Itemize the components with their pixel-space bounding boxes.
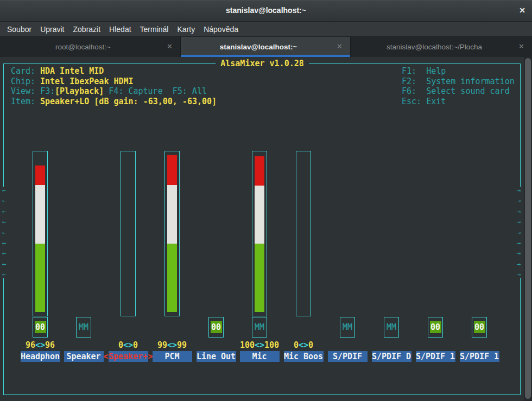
left-arrow-icon: ←: [2, 271, 7, 278]
scroll-right-arrows: → → → → → → → → →: [515, 187, 523, 278]
volume-values-pcm: 99<>99: [148, 340, 197, 351]
tab-close-icon[interactable]: ✕: [167, 42, 173, 50]
mixer-control-speaker-lo[interactable]: 0<>0 <Speaker+>: [104, 151, 153, 362]
mute-indicator-spdif-1a[interactable]: 00: [428, 317, 443, 338]
channel-label-mic[interactable]: Mic: [240, 351, 280, 362]
channel-label-spdif-d[interactable]: S/PDIF D: [372, 351, 411, 362]
volume-values-headphone: 96<>96: [16, 340, 65, 351]
bar-segment-green: [35, 244, 45, 312]
left-arrow-icon: ←: [2, 218, 7, 225]
channel-label-spdif[interactable]: S/PDIF: [328, 351, 368, 362]
mute-state: 00: [474, 321, 485, 333]
bar-segment-white: [35, 185, 45, 244]
terminal-window: stanislav@localhost:~ ✕ Soubor Upravit Z…: [0, 0, 532, 401]
mixer-control-pcm[interactable]: 99<>99 PCM: [148, 151, 197, 362]
mixer-control-speaker[interactable]: MM Speaker: [59, 151, 108, 362]
scroll-left-arrows: ← ← ← ← ← ← ← ← ←: [0, 187, 9, 278]
right-arrow-icon: →: [517, 239, 521, 246]
mixer-help: F1: Help F2: System information F6: Sele…: [402, 66, 515, 106]
help-f6: F6: Select sound card: [402, 86, 515, 97]
mixer-control-spdif[interactable]: MM S/PDIF: [323, 151, 372, 362]
channel-label-mic-boost[interactable]: Mic Boos: [284, 351, 324, 362]
tab-close-icon[interactable]: ✕: [337, 42, 343, 50]
help-f1: F1: Help: [402, 66, 515, 77]
left-arrow-icon: ←: [2, 187, 7, 194]
mute-state: 00: [35, 321, 46, 333]
tab-close-icon[interactable]: ✕: [518, 42, 524, 50]
mixer-control-spdif-1b[interactable]: 00 S/PDIF 1: [455, 151, 504, 362]
tab-stanislav-localhost[interactable]: stanislav@localhost:~ ✕: [181, 37, 351, 57]
left-arrow-icon: ←: [2, 229, 7, 236]
volume-values-mic: 100<>100: [235, 340, 284, 351]
mute-indicator-line-out[interactable]: 00: [208, 317, 224, 338]
bar-segment-white: [255, 186, 264, 244]
left-arrow-icon: ←: [2, 260, 7, 268]
volume-bar-headphone[interactable]: [33, 151, 48, 316]
mixer-control-spdif-d[interactable]: MM S/PDIF D: [367, 151, 416, 362]
mute-indicator-speaker[interactable]: MM: [76, 317, 91, 338]
mute-indicator-spdif-1b[interactable]: 00: [472, 317, 487, 338]
scrollbar-thumb[interactable]: [525, 58, 531, 399]
mute-state: 00: [211, 321, 222, 333]
menu-item-upravit[interactable]: Upravit: [36, 22, 68, 37]
tab-title: stanislav@localhost:~: [220, 43, 297, 51]
right-arrow-icon: →: [517, 187, 521, 194]
tabbar: root@localhost:~ ✕ stanislav@localhost:~…: [0, 37, 532, 57]
menu-item-karty[interactable]: Karty: [173, 22, 199, 37]
info-item: Item:Speaker+LO [dB gain: -63,00, -63,00…: [11, 97, 217, 107]
channel-label-speaker[interactable]: Speaker: [64, 351, 104, 362]
mixer-info: Card:HDA Intel MID Chip:Intel IbexPeak H…: [11, 66, 217, 106]
info-chip: Chip:Intel IbexPeak HDMI: [11, 77, 217, 87]
right-arrow-icon: →: [517, 197, 521, 204]
mute-indicator-mic[interactable]: MM: [252, 317, 267, 338]
channel-label-spdif-1a[interactable]: S/PDIF 1: [416, 351, 455, 362]
menu-item-zobrazit[interactable]: Zobrazit: [69, 22, 105, 37]
right-arrow-icon: →: [517, 260, 521, 268]
window-close-icon[interactable]: ✕: [519, 6, 525, 15]
window-title: stanislav@localhost:~: [0, 6, 532, 15]
mixer-control-mic[interactable]: MM 100<>100 Mic: [235, 151, 284, 362]
bar-segment-green: [255, 244, 264, 312]
volume-bar-mic-boost[interactable]: [296, 151, 311, 316]
left-arrow-icon: ←: [2, 208, 7, 215]
right-arrow-icon: →: [517, 208, 521, 215]
tab-root-localhost[interactable]: root@localhost:~ ✕: [0, 37, 181, 57]
mute-state: MM: [340, 317, 354, 337]
volume-bar-mic[interactable]: [252, 151, 267, 316]
titlebar[interactable]: stanislav@localhost:~ ✕: [0, 0, 532, 22]
left-arrow-icon: ←: [2, 239, 7, 246]
mixer-control-mic-boost[interactable]: 0<>0 Mic Boos: [279, 151, 328, 362]
mute-state: MM: [384, 317, 398, 337]
channel-label-pcm[interactable]: PCM: [153, 351, 192, 362]
mixer-control-headphone[interactable]: 00 96<>96 Headphon: [16, 151, 65, 362]
menu-item-hledat[interactable]: Hledat: [105, 22, 135, 37]
channel-label-line-out[interactable]: Line Out: [197, 351, 236, 362]
tab-title: stanislav@localhost:~/Plocha: [387, 43, 482, 51]
mute-indicator-headphone[interactable]: 00: [33, 317, 48, 338]
mute-indicator-spdif-d[interactable]: MM: [384, 317, 399, 338]
right-arrow-icon: →: [517, 229, 521, 236]
channel-label-headphone[interactable]: Headphon: [21, 351, 60, 362]
help-esc: Esc: Exit: [402, 97, 515, 107]
mute-indicator-spdif[interactable]: MM: [340, 317, 355, 338]
mixer-control-line-out[interactable]: 00 Line Out: [192, 151, 240, 362]
volume-bar-speaker-lo[interactable]: [121, 151, 136, 316]
channel-label-spdif-1b[interactable]: S/PDIF 1: [460, 351, 499, 362]
menu-item-terminal[interactable]: Terminál: [136, 22, 173, 37]
channel-label-speaker-lo[interactable]: Speaker+: [109, 351, 148, 362]
help-f2: F2: System information: [402, 77, 515, 87]
volume-bar-pcm[interactable]: [164, 151, 180, 316]
mute-state: 00: [430, 321, 441, 333]
volume-values-mic-boost: 0<>0: [279, 340, 328, 351]
alsamixer-title: AlsaMixer v1.0.28: [216, 59, 309, 68]
info-card: Card:HDA Intel MID: [11, 66, 217, 77]
mixer-control-spdif-1a[interactable]: 00 S/PDIF 1: [411, 151, 460, 362]
tab-title: root@localhost:~: [55, 43, 111, 51]
bar-segment-red: [255, 156, 264, 186]
left-arrow-icon: ←: [2, 250, 7, 257]
terminal-scrollbar[interactable]: [524, 57, 532, 401]
tab-stanislav-plocha[interactable]: stanislav@localhost:~/Plocha ✕: [351, 37, 532, 57]
menu-item-soubor[interactable]: Soubor: [3, 22, 36, 37]
menu-item-napoveda[interactable]: Nápověda: [199, 22, 243, 37]
terminal-screen[interactable]: AlsaMixer v1.0.28 Card:HDA Intel MID Chi…: [0, 57, 532, 401]
